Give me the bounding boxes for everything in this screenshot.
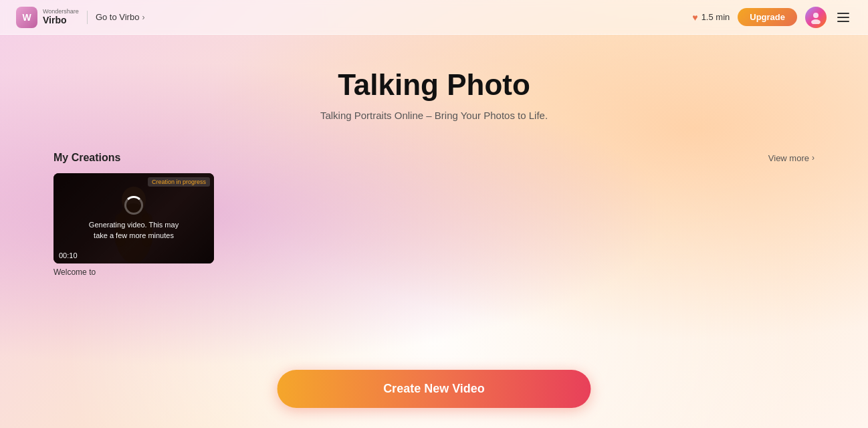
page-title: Talking Photo	[53, 68, 815, 102]
menu-line-3	[837, 21, 849, 22]
avatar[interactable]	[805, 7, 827, 28]
logo-icon: W	[16, 7, 37, 28]
header-left: W Wondershare Virbo Go to Virbo ›	[16, 7, 144, 28]
view-more-chevron-icon: ›	[812, 153, 815, 163]
credits-icon: ♥	[692, 12, 697, 23]
logo: W Wondershare Virbo	[16, 7, 79, 28]
hero-section: Talking Photo Talking Portraits Online –…	[53, 35, 815, 141]
main-content: Talking Photo Talking Portraits Online –…	[0, 35, 868, 277]
upgrade-button[interactable]: Upgrade	[738, 8, 797, 26]
creations-section: My Creations View more ›	[53, 152, 815, 277]
svg-point-1	[811, 19, 821, 24]
header-divider	[87, 11, 88, 24]
generating-text: Generating video. This may take a few mo…	[87, 220, 181, 241]
menu-line-2	[837, 17, 849, 18]
video-duration: 00:10	[59, 251, 78, 259]
logo-product: Virbo	[43, 15, 79, 25]
creations-title: My Creations	[53, 152, 120, 164]
video-card[interactable]: Generating video. This may take a few mo…	[53, 173, 214, 277]
create-btn-container: Create New Video	[278, 370, 591, 408]
svg-point-0	[813, 13, 819, 18]
chevron-right-icon: ›	[142, 13, 144, 22]
credits-display: ♥ 1.5 min	[692, 12, 730, 23]
menu-line-1	[837, 13, 849, 14]
creations-header: My Creations View more ›	[53, 152, 815, 164]
header: W Wondershare Virbo Go to Virbo › ♥ 1.5 …	[0, 0, 868, 35]
create-new-video-button[interactable]: Create New Video	[278, 370, 591, 408]
page-subtitle: Talking Portraits Online – Bring Your Ph…	[53, 110, 815, 121]
header-right: ♥ 1.5 min Upgrade	[692, 7, 852, 28]
loading-spinner	[124, 196, 143, 215]
go-to-virbo-link[interactable]: Go to Virbo ›	[96, 12, 145, 22]
credits-amount: 1.5 min	[701, 12, 730, 22]
view-more-link[interactable]: View more ›	[768, 153, 815, 163]
video-thumbnail: Generating video. This may take a few mo…	[53, 173, 214, 263]
view-more-label: View more	[768, 153, 809, 163]
menu-icon[interactable]	[835, 10, 852, 25]
video-generating-overlay: Generating video. This may take a few mo…	[53, 173, 214, 263]
go-to-virbo-label: Go to Virbo	[96, 12, 140, 22]
logo-text: Wondershare Virbo	[43, 9, 79, 25]
creation-status-badge: Creation in progress	[148, 177, 210, 187]
video-title: Welcome to	[53, 268, 214, 277]
